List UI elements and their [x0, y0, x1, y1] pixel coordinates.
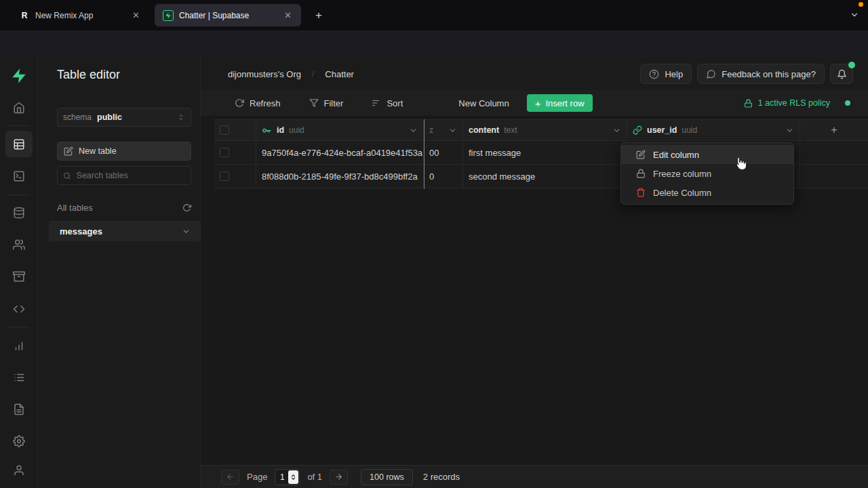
cell-empty — [800, 165, 868, 188]
refresh-label: Refresh — [250, 98, 281, 108]
browser-tab-supabase[interactable]: Chatter | Supabase ✕ — [155, 4, 301, 26]
select-all-cell — [214, 120, 256, 140]
notifications-button[interactable] — [830, 64, 853, 84]
supabase-favicon — [163, 10, 174, 21]
next-page-button[interactable] — [330, 470, 348, 485]
column-menu-chevron-icon[interactable] — [612, 126, 621, 135]
tab-title: Chatter | Supabase — [179, 11, 276, 20]
row-checkbox[interactable] — [220, 148, 229, 157]
nav-auth-users-icon[interactable] — [5, 232, 33, 258]
nav-docs-icon[interactable] — [5, 396, 33, 423]
lock-icon — [636, 169, 646, 178]
close-tab-icon[interactable]: ✕ — [281, 9, 294, 21]
column-header-id[interactable]: id uuid — [256, 120, 424, 140]
column-header-truncated[interactable]: z — [424, 120, 463, 140]
sidebar-item-messages-table[interactable]: messages — [49, 221, 200, 241]
new-column-button[interactable]: New Column — [458, 98, 509, 108]
nav-api-icon[interactable] — [5, 296, 33, 322]
sort-label: Sort — [387, 98, 403, 108]
nav-table-editor-icon[interactable] — [5, 131, 33, 157]
plus-icon: + — [831, 124, 837, 136]
rls-policy-link[interactable]: 1 active RLS policy — [744, 98, 830, 108]
cell-content[interactable]: second message — [463, 165, 627, 188]
supabase-logo-icon[interactable] — [10, 67, 28, 85]
browser-tab-bar: R New Remix App ✕ Chatter | Supabase ✕ + — [0, 0, 868, 30]
column-menu-chevron-icon[interactable] — [448, 126, 457, 135]
cell-id[interactable]: 8f088d0b-2185-49fe-9f37-bd8c499bff2a — [256, 165, 424, 188]
edit-icon — [64, 146, 73, 156]
column-menu-chevron-icon[interactable] — [409, 126, 418, 135]
table-name: messages — [60, 226, 102, 237]
row-checkbox[interactable] — [220, 171, 229, 181]
breadcrumb-separator: / — [312, 69, 314, 79]
new-table-button[interactable]: New table — [57, 142, 191, 161]
search-tables-box — [57, 166, 191, 185]
refresh-button[interactable]: Refresh — [235, 98, 281, 108]
search-tables-input[interactable] — [77, 171, 185, 180]
schema-value: public — [97, 113, 172, 122]
breadcrumb-project[interactable]: Chatter — [325, 69, 354, 79]
refresh-icon[interactable] — [182, 203, 191, 212]
chat-bubble-icon — [706, 69, 716, 79]
nav-storage-icon[interactable] — [5, 264, 33, 290]
schema-select[interactable]: schema public — [57, 108, 191, 127]
grid-header-row: id uuid z content text user_id uuid — [214, 119, 868, 141]
nav-home-icon[interactable] — [5, 94, 33, 121]
sort-icon — [372, 98, 381, 108]
search-icon — [63, 171, 71, 180]
rows-per-page-button[interactable]: 100 rows — [361, 469, 413, 485]
new-tab-button[interactable]: + — [311, 7, 327, 24]
select-all-checkbox[interactable] — [220, 125, 229, 135]
help-circle-icon — [649, 69, 659, 79]
cell-content[interactable]: first message — [463, 141, 627, 164]
menu-item-label: Delete Column — [653, 188, 711, 198]
browser-tab-remix[interactable]: R New Remix App ✕ — [11, 4, 149, 26]
schema-label: schema — [63, 113, 92, 122]
cell-truncated[interactable]: 00 — [424, 141, 463, 164]
insert-row-button[interactable]: + Insert row — [527, 94, 593, 112]
primary-key-icon — [262, 125, 272, 136]
menu-item-delete-column[interactable]: Delete Column — [621, 183, 793, 202]
column-header-user-id[interactable]: user_id uuid — [627, 120, 800, 140]
column-header-content[interactable]: content text — [463, 120, 627, 140]
prev-page-button[interactable] — [221, 470, 239, 485]
help-button[interactable]: Help — [640, 64, 692, 84]
trash-icon — [636, 188, 646, 197]
nav-account-icon[interactable] — [5, 458, 33, 484]
filter-icon — [309, 98, 319, 108]
row-select-cell — [214, 141, 256, 164]
page-number-input-group — [275, 469, 300, 485]
nav-sql-editor-icon[interactable] — [5, 163, 33, 189]
cell-id[interactable]: 9a750f4a-e776-424e-bcaf-a0419e41f53a — [256, 141, 424, 164]
all-tables-row: All tables — [57, 203, 191, 213]
page-of-label: of 1 — [307, 472, 322, 482]
sort-button[interactable]: Sort — [372, 98, 403, 108]
column-resize-handle[interactable] — [424, 119, 425, 189]
page-number-input[interactable] — [276, 472, 288, 482]
filter-button[interactable]: Filter — [309, 98, 344, 108]
nav-logs-icon[interactable] — [5, 364, 33, 390]
filter-label: Filter — [324, 98, 344, 108]
breadcrumb-org[interactable]: dijonmusters's Org — [228, 69, 301, 79]
page-stepper[interactable] — [288, 470, 298, 484]
page-label: Page — [247, 472, 267, 482]
notification-dot — [848, 62, 855, 68]
nav-reports-icon[interactable] — [5, 332, 33, 359]
rls-label: 1 active RLS policy — [758, 98, 830, 108]
cell-truncated[interactable]: 0 — [424, 165, 463, 188]
app-root: R New Remix App ✕ Chatter | Supabase ✕ + — [0, 0, 868, 488]
close-tab-icon[interactable]: ✕ — [130, 9, 142, 21]
grid-toolbar: Refresh Filter Sort New Column + Insert … — [201, 90, 868, 117]
browser-nav-bar: https://app.supabase.com/project/wpmocgz… — [0, 30, 868, 58]
menu-item-edit-column[interactable]: Edit column — [621, 145, 793, 164]
column-menu-chevron-icon[interactable] — [785, 126, 794, 135]
feedback-button[interactable]: Feedback on this page? — [697, 64, 825, 84]
divider — [8, 125, 30, 126]
plus-icon: + — [535, 98, 541, 108]
menu-item-freeze-column[interactable]: Freeze column — [621, 164, 793, 183]
main-content: dijonmusters's Org / Chatter Help Feedba… — [201, 58, 868, 488]
list-tabs-chevron-icon[interactable] — [846, 7, 863, 23]
nav-settings-gear-icon[interactable] — [5, 428, 33, 455]
add-column-button[interactable]: + — [800, 120, 868, 140]
nav-database-icon[interactable] — [5, 199, 33, 226]
